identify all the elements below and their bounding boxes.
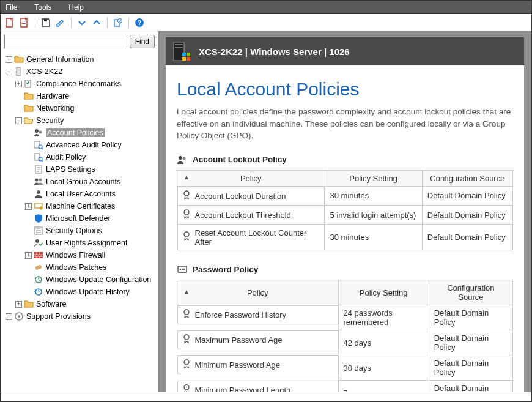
- expander-icon[interactable]: +: [15, 81, 22, 87]
- lockout-section: Account Lockout Policy ▲Policy Policy Se…: [177, 154, 513, 251]
- search-input[interactable]: [4, 35, 127, 48]
- svg-rect-9: [17, 69, 20, 69]
- svg-rect-35: [182, 53, 186, 56]
- ribbon-icon: [183, 190, 190, 202]
- expander-icon[interactable]: +: [25, 203, 32, 210]
- expand-icon[interactable]: [91, 17, 102, 28]
- user-icon: [34, 189, 43, 199]
- svg-rect-14: [35, 141, 40, 148]
- tree-upd-cfg[interactable]: Windows Update Configuration: [3, 274, 158, 286]
- export-pdf-icon[interactable]: [4, 17, 15, 28]
- tree-firewall[interactable]: +Windows Firewall: [3, 249, 158, 261]
- svg-point-43: [184, 232, 189, 237]
- expander-icon[interactable]: −: [15, 117, 22, 124]
- user-check-icon: [34, 238, 43, 248]
- table-row: Maximum Password Age42 daysDefault Domai…: [177, 330, 513, 355]
- expander-icon[interactable]: +: [15, 301, 22, 308]
- history-icon: [34, 287, 43, 297]
- cell-setting: 42 days: [338, 330, 429, 355]
- svg-point-40: [183, 157, 186, 160]
- sort-asc-icon: ▲: [183, 288, 190, 295]
- cell-source: Default Domain Policy: [429, 381, 512, 392]
- tree-local-group[interactable]: Local Group Accounts: [3, 176, 158, 188]
- tree-local-user[interactable]: Local User Accounts: [3, 188, 158, 200]
- tree-defender[interactable]: Microsoft Defender: [3, 212, 158, 225]
- svg-point-47: [183, 269, 185, 270]
- col-source[interactable]: Configuration Source: [429, 280, 512, 305]
- svg-rect-16: [35, 154, 40, 160]
- menu-tools[interactable]: Tools: [34, 3, 51, 12]
- server-icon: [14, 67, 24, 76]
- svg-point-25: [35, 239, 39, 243]
- tree-host[interactable]: −XCS-2K22: [3, 65, 158, 78]
- tree-mach-cert[interactable]: +Machine Certificates: [3, 200, 158, 212]
- svg-rect-3: [44, 19, 47, 21]
- expander-icon[interactable]: −: [6, 69, 12, 75]
- svg-point-13: [39, 131, 42, 134]
- status-bar: [1, 392, 531, 401]
- ribbon-icon: [183, 231, 190, 243]
- col-source[interactable]: Configuration Source: [422, 170, 512, 186]
- cell-source: Default Domain Policy: [422, 225, 512, 250]
- tree[interactable]: +General Information −XCS-2K22 +Complian…: [1, 52, 158, 392]
- tree-audit[interactable]: Audit Policy: [3, 151, 158, 163]
- folder-icon: [14, 54, 24, 64]
- group-icon: [177, 154, 188, 165]
- tree-adv-audit[interactable]: Advanced Audit Policy: [3, 139, 158, 151]
- svg-point-41: [184, 191, 189, 196]
- sort-asc-icon: ▲: [183, 174, 190, 181]
- tree-support[interactable]: +Support Provisions: [3, 310, 158, 322]
- col-setting[interactable]: Policy Setting: [338, 280, 429, 305]
- tree-patches[interactable]: Windows Patches: [3, 261, 158, 274]
- tree-compliance[interactable]: +Compliance Benchmarks: [3, 78, 158, 90]
- col-policy[interactable]: ▲Policy: [177, 170, 325, 186]
- table-row: Minimum Password Length7Default Domain P…: [177, 381, 513, 392]
- col-setting[interactable]: Policy Setting: [325, 170, 422, 186]
- svg-point-12: [35, 129, 39, 133]
- find-button[interactable]: Find: [130, 35, 155, 48]
- menu-help[interactable]: Help: [68, 3, 84, 12]
- menu-file[interactable]: File: [6, 3, 17, 12]
- tree-rights[interactable]: User Rights Assignment: [3, 237, 158, 249]
- tree-hardware[interactable]: Hardware: [3, 90, 158, 102]
- svg-point-39: [179, 156, 182, 160]
- table-row: Minimum Password Age30 daysDefault Domai…: [177, 355, 513, 381]
- tree-laps[interactable]: LAPS Settings: [3, 163, 158, 176]
- save-icon[interactable]: [40, 17, 51, 28]
- svg-point-45: [180, 269, 181, 270]
- tree-security[interactable]: −Security: [3, 114, 158, 127]
- svg-text:?: ?: [138, 20, 141, 26]
- col-policy[interactable]: ▲Policy: [177, 280, 339, 305]
- cell-source: Default Domain Policy: [422, 186, 512, 206]
- tree-software[interactable]: +Software: [3, 298, 158, 310]
- expander-icon[interactable]: +: [6, 56, 12, 63]
- lockout-title: Account Lockout Policy: [177, 154, 513, 165]
- svg-rect-38: [187, 57, 190, 61]
- audit-icon: [34, 152, 43, 162]
- export-doc-icon[interactable]: [19, 17, 30, 28]
- tree-account-policies[interactable]: Account Policies: [3, 127, 158, 139]
- svg-rect-27: [35, 264, 42, 270]
- tree-upd-hist[interactable]: Windows Update History: [3, 286, 158, 298]
- table-row: Reset Account Lockout Counter After30 mi…: [177, 225, 513, 250]
- expander-icon[interactable]: +: [25, 252, 32, 259]
- help-icon[interactable]: ?: [134, 17, 145, 28]
- edit-icon[interactable]: [55, 17, 66, 28]
- tree-general-info[interactable]: +General Information: [3, 53, 158, 65]
- cell-policy: Account Lockout Threshold: [177, 206, 325, 225]
- shield-icon: [34, 214, 43, 223]
- cell-policy: Minimum Password Age: [177, 355, 338, 374]
- folder-open-icon: [24, 116, 34, 125]
- content-header: XCS-2K22 | Windows Server | 1026: [166, 37, 524, 65]
- tree-networking[interactable]: Networking: [3, 102, 158, 114]
- table-row: Account Lockout Threshold5 invalid login…: [177, 206, 513, 225]
- svg-rect-37: [182, 57, 186, 61]
- collapse-icon[interactable]: [76, 17, 87, 28]
- tree-sec-opts[interactable]: Security Options: [3, 225, 158, 237]
- refresh-icon[interactable]: [113, 17, 124, 28]
- audit-icon: [34, 140, 43, 150]
- menubar: File Tools Help: [1, 1, 531, 14]
- svg-point-19: [35, 179, 39, 182]
- expander-icon[interactable]: +: [6, 313, 12, 320]
- ribbon-icon: [183, 384, 190, 392]
